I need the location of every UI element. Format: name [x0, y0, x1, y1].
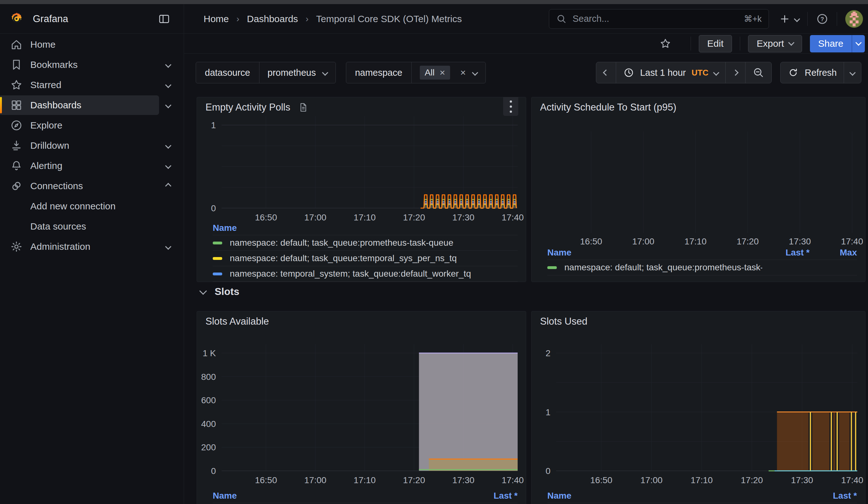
search-icon: [556, 13, 567, 24]
panel-title: Slots Used: [540, 316, 587, 327]
sidebar-item-administration[interactable]: Administration: [0, 237, 184, 257]
breadcrumb-separator: ›: [306, 14, 308, 24]
sidebar-item-explore[interactable]: Explore: [0, 115, 184, 135]
description-icon[interactable]: [298, 102, 309, 113]
favorite-button[interactable]: [659, 38, 671, 50]
panel-empty-activity-polls[interactable]: Empty Activity Polls 16:5017:0017:1017:2…: [197, 97, 526, 282]
legend-row[interactable]: namespace: default; task_queue:prometheu…: [547, 260, 857, 275]
refresh-interval-button[interactable]: [844, 62, 861, 83]
time-range-button[interactable]: Last 1 hour UTC: [616, 62, 726, 83]
time-forward-button[interactable]: [726, 62, 745, 83]
clock-icon: [623, 67, 634, 78]
series-name[interactable]: namespace: temporal_system; task_queue:d…: [230, 269, 518, 279]
y-axis-tick: 1: [211, 120, 216, 130]
search-shortcut: ⌘+k: [744, 14, 762, 24]
namespace-chip[interactable]: All ×: [420, 66, 451, 80]
x-axis-tick: 17:20: [741, 475, 763, 485]
legend-col[interactable]: Max: [809, 248, 857, 258]
help-button[interactable]: ?: [816, 13, 828, 25]
section-row-slots[interactable]: Slots: [200, 286, 239, 298]
legend-col-name[interactable]: Name: [213, 223, 518, 233]
datasource-value[interactable]: prometheus: [259, 62, 335, 83]
y-axis-tick: 0: [545, 466, 550, 476]
search-input[interactable]: [572, 13, 744, 24]
panel-activity-schedule-to-start[interactable]: Activity Schedule To Start (p95) 16:5017…: [531, 97, 866, 282]
y-axis-tick: 1: [545, 407, 550, 417]
panel-slots-used[interactable]: Slots Used 16:5017:0017:1017:2017:3017:4…: [531, 311, 866, 504]
legend-col-name[interactable]: Name: [213, 491, 470, 501]
namespace-variable[interactable]: namespace All × ×: [346, 62, 486, 83]
sidebar-item-add-new-connection[interactable]: Add new connection: [0, 196, 184, 216]
legend-col[interactable]: Last *: [470, 491, 518, 501]
sidebar-item-label: Connections: [30, 181, 83, 192]
datasource-variable[interactable]: datasource prometheus: [196, 62, 336, 83]
avatar: [845, 10, 863, 28]
chevron-down-icon: [322, 70, 328, 76]
user-menu-button[interactable]: [845, 10, 863, 28]
legend-row[interactable]: namespace: default; task_queue:prometheu…: [213, 235, 518, 250]
x-axis-tick: 16:50: [255, 475, 277, 485]
window-titlebar: [0, 0, 868, 4]
grafana-app: Grafana Home›Dashboards›Temporal Core SD…: [0, 0, 868, 504]
y-axis-tick: 2: [545, 348, 550, 358]
search-box[interactable]: ⌘+k: [549, 9, 769, 29]
zoom-out-button[interactable]: [745, 62, 772, 83]
legend-header: NameLast *: [547, 489, 857, 503]
sidebar-item-bookmarks[interactable]: Bookmarks: [0, 55, 184, 75]
timezone-label[interactable]: UTC: [692, 68, 708, 78]
legend-col-name[interactable]: Name: [547, 491, 809, 501]
legend-col[interactable]: Last *: [809, 491, 857, 501]
svg-text:?: ?: [820, 16, 824, 22]
share-button[interactable]: Share: [810, 35, 851, 52]
panel-slots-available[interactable]: Slots Available 16:5017:0017:1017:2017:3…: [197, 311, 526, 504]
sidebar-item-connections[interactable]: Connections: [0, 176, 184, 196]
datasource-label: datasource: [196, 62, 259, 83]
namespace-label: namespace: [346, 62, 412, 83]
refresh-button[interactable]: Refresh: [781, 62, 844, 83]
grafana-logo-icon: [9, 12, 24, 26]
export-button[interactable]: Export: [748, 35, 802, 52]
legend-header: NameLast *Max: [547, 246, 857, 260]
x-axis-tick: 17:10: [353, 475, 375, 485]
divider: [807, 12, 808, 26]
legend-row[interactable]: namespace: temporal_system; task_queue:d…: [213, 266, 518, 281]
time-series-chart[interactable]: 16:5017:0017:1017:2017:3017:40012: [531, 311, 866, 488]
y-axis-tick: 0: [211, 466, 216, 476]
sidebar-item-label: Data sources: [30, 221, 86, 232]
dock-sidebar-button[interactable]: [158, 13, 170, 25]
panel-title: Slots Available: [206, 316, 269, 327]
legend-col[interactable]: Last *: [762, 248, 809, 258]
new-menu-button[interactable]: [779, 13, 799, 25]
series-color-swatch: [213, 241, 222, 245]
breadcrumb-item[interactable]: Dashboards: [247, 13, 298, 24]
series-name[interactable]: namespace: default; task_queue:prometheu…: [230, 238, 518, 248]
chevron-down-icon: [472, 70, 478, 76]
time-back-button[interactable]: [596, 62, 616, 83]
series-name[interactable]: namespace: default; task_queue:prometheu…: [564, 263, 762, 272]
series-name[interactable]: namespace: default; task_queue:temporal_…: [230, 253, 518, 263]
panel-menu-button[interactable]: [503, 97, 518, 116]
compass-icon: [10, 119, 24, 132]
clear-all-icon[interactable]: ×: [460, 68, 466, 78]
refresh-group: Refresh: [780, 62, 861, 83]
edit-button[interactable]: Edit: [699, 35, 732, 52]
sidebar-item-dashboards[interactable]: Dashboards: [0, 95, 184, 115]
sidebar-item-drilldown[interactable]: Drilldown: [0, 135, 184, 156]
time-series-chart[interactable]: 16:5017:0017:1017:2017:3017:400200400600…: [197, 311, 526, 488]
dashboard-toolbar: Edit Export Share: [184, 34, 868, 54]
legend-header: Name: [213, 221, 518, 235]
share-menu-button[interactable]: [851, 35, 865, 52]
remove-value-icon[interactable]: ×: [440, 68, 445, 78]
legend-row[interactable]: namespace: default; task_queue:temporal_…: [213, 251, 518, 266]
chevron-down-icon: [165, 62, 172, 68]
sidebar-item-data-sources[interactable]: Data sources: [0, 216, 184, 237]
legend: Namenamespace: default; task_queue:prome…: [213, 221, 518, 282]
breadcrumb-item[interactable]: Home: [204, 13, 229, 24]
star-icon: [10, 79, 24, 91]
sidebar-item-home[interactable]: Home: [0, 34, 184, 55]
sidebar-item-alerting[interactable]: Alerting: [0, 156, 184, 176]
chevron-down-icon: [165, 142, 172, 149]
namespace-value[interactable]: All × ×: [412, 62, 485, 83]
legend-col-name[interactable]: Name: [547, 248, 762, 258]
sidebar-item-starred[interactable]: Starred: [0, 75, 184, 95]
